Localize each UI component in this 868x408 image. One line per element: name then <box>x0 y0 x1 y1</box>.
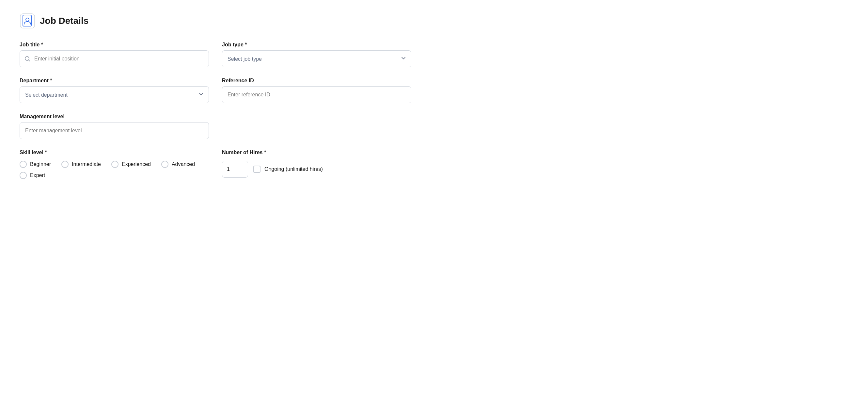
skill-expert-label: Expert <box>30 173 45 178</box>
skill-beginner-label: Beginner <box>30 162 51 167</box>
skill-advanced-label: Advanced <box>172 162 195 167</box>
reference-id-input-wrapper <box>222 86 411 103</box>
page-header: Job Details <box>20 13 411 29</box>
job-type-label: Job type * <box>222 42 411 48</box>
skill-level-radio-group: Beginner Intermediate Experienced Advanc… <box>20 161 209 179</box>
management-level-group: Management level <box>20 114 209 139</box>
skill-advanced-radio[interactable] <box>161 161 168 168</box>
skill-intermediate-item[interactable]: Intermediate <box>61 161 101 168</box>
job-title-input-wrapper <box>20 50 209 67</box>
row-skill-hires: Skill level * Beginner Intermediate Expe… <box>20 150 411 179</box>
page-title: Job Details <box>40 16 89 26</box>
job-type-select-wrapper: Select job type Full-time Part-time Cont… <box>222 50 411 67</box>
management-level-input-wrapper <box>20 122 209 139</box>
number-of-hires-required: * <box>264 150 266 155</box>
number-of-hires-group: Number of Hires * Ongoing (unlimited hir… <box>222 150 411 179</box>
department-group: Department * Select department Engineeri… <box>20 78 209 103</box>
skill-intermediate-label: Intermediate <box>72 162 101 167</box>
skill-experienced-radio[interactable] <box>111 161 119 168</box>
number-of-hires-label: Number of Hires * <box>222 150 411 155</box>
job-title-required: * <box>41 42 43 47</box>
department-required: * <box>50 78 52 83</box>
job-type-required: * <box>245 42 247 47</box>
number-of-hires-input[interactable] <box>222 161 248 178</box>
skill-level-label: Skill level * <box>20 150 209 155</box>
skill-intermediate-radio[interactable] <box>61 161 68 168</box>
skill-level-group: Skill level * Beginner Intermediate Expe… <box>20 150 209 179</box>
skill-expert-radio[interactable] <box>20 172 27 179</box>
job-title-input[interactable] <box>20 50 209 67</box>
job-details-icon <box>20 13 35 29</box>
department-select-wrapper: Select department Engineering Marketing … <box>20 86 209 103</box>
job-type-group: Job type * Select job type Full-time Par… <box>222 42 411 67</box>
management-level-input[interactable] <box>20 122 209 139</box>
ongoing-label: Ongoing (unlimited hires) <box>265 166 323 172</box>
form-container: Job Details Job title * Job type <box>20 13 411 179</box>
reference-id-input[interactable] <box>222 86 411 103</box>
row-job-title-type: Job title * Job type * Sele <box>20 42 411 67</box>
job-type-select[interactable]: Select job type Full-time Part-time Cont… <box>222 50 411 67</box>
job-title-label: Job title * <box>20 42 209 48</box>
job-title-group: Job title * <box>20 42 209 67</box>
skill-advanced-item[interactable]: Advanced <box>161 161 195 168</box>
skill-beginner-radio[interactable] <box>20 161 27 168</box>
ongoing-checkbox-wrapper: Ongoing (unlimited hires) <box>253 166 323 173</box>
ongoing-checkbox[interactable] <box>253 166 260 173</box>
reference-id-group: Reference ID <box>222 78 411 103</box>
skill-level-required: * <box>45 150 47 155</box>
skill-experienced-label: Experienced <box>122 162 151 167</box>
department-select[interactable]: Select department Engineering Marketing … <box>20 86 209 103</box>
skill-expert-item[interactable]: Expert <box>20 172 45 179</box>
management-level-label: Management level <box>20 114 209 120</box>
skill-beginner-item[interactable]: Beginner <box>20 161 51 168</box>
svg-rect-1 <box>23 15 31 26</box>
skill-experienced-item[interactable]: Experienced <box>111 161 151 168</box>
row-management-level: Management level <box>20 114 411 139</box>
hires-input-row: Ongoing (unlimited hires) <box>222 161 411 178</box>
row-department-reference: Department * Select department Engineeri… <box>20 78 411 103</box>
reference-id-label: Reference ID <box>222 78 411 84</box>
department-label: Department * <box>20 78 209 84</box>
